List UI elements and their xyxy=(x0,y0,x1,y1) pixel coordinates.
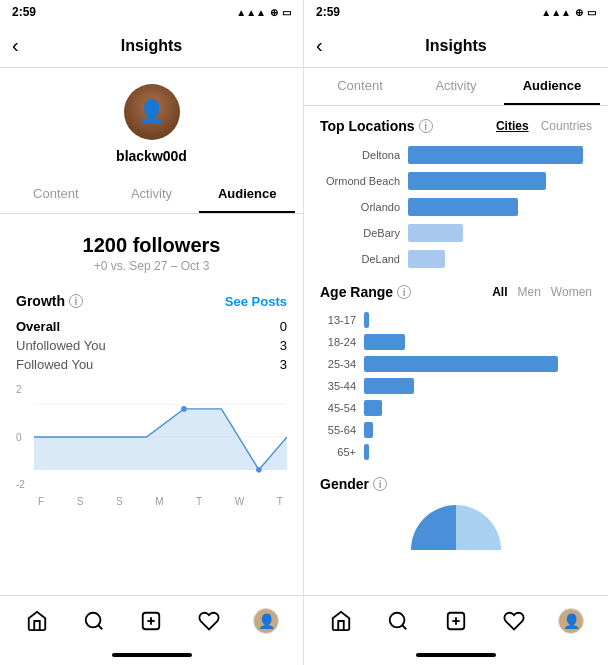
bottom-nav-left: 👤 xyxy=(0,595,303,645)
age-bar-55-64: 55-64 xyxy=(320,422,592,438)
filter-women[interactable]: Women xyxy=(551,285,592,299)
time-right: 2:59 xyxy=(316,5,340,19)
growth-header: Growth i See Posts xyxy=(16,293,287,309)
locations-sub-tabs: Cities Countries xyxy=(496,119,592,133)
wifi-icon: ⊕ xyxy=(270,7,278,18)
gender-title: Gender i xyxy=(320,476,592,492)
age-filter: All Men Women xyxy=(492,285,592,299)
right-panel: 2:59 ▲▲▲ ⊕ ▭ ‹ Insights Content Activity… xyxy=(304,0,608,665)
gender-section: Gender i xyxy=(320,476,592,560)
status-bar-left: 2:59 ▲▲▲ ⊕ ▭ xyxy=(0,0,303,24)
age-bar-45-54: 45-54 xyxy=(320,400,592,416)
bottom-nav-right: 👤 xyxy=(304,595,608,645)
followers-count: 1200 followers xyxy=(0,234,303,257)
filter-all[interactable]: All xyxy=(492,285,507,299)
username: blackw00d xyxy=(116,148,187,164)
nav-home-right[interactable] xyxy=(321,601,361,641)
tab-audience-left[interactable]: Audience xyxy=(199,176,295,213)
tab-activity-right[interactable]: Activity xyxy=(408,68,504,105)
svg-line-12 xyxy=(403,625,407,629)
status-icons-right: ▲▲▲ ⊕ ▭ xyxy=(541,7,596,18)
back-button-left[interactable]: ‹ xyxy=(12,34,19,57)
heart-icon-right xyxy=(503,610,525,632)
home-indicator-right xyxy=(304,645,608,665)
x-axis-labels: F S S M T W T xyxy=(34,496,287,507)
gender-pie-chart xyxy=(406,500,506,560)
wifi-icon-right: ⊕ xyxy=(575,7,583,18)
avatar-image: 👤 xyxy=(124,84,180,140)
nav-add-right[interactable] xyxy=(436,601,476,641)
back-button-right[interactable]: ‹ xyxy=(316,34,323,57)
tabs-left: Content Activity Audience xyxy=(0,176,303,214)
top-locations-header: Top Locations i Cities Countries xyxy=(320,118,592,134)
tab-audience-right[interactable]: Audience xyxy=(504,68,600,105)
filter-men[interactable]: Men xyxy=(518,285,541,299)
add-icon xyxy=(140,610,162,632)
cities-tab[interactable]: Cities xyxy=(496,119,529,133)
status-icons-left: ▲▲▲ ⊕ ▭ xyxy=(236,7,291,18)
tab-content-right[interactable]: Content xyxy=(312,68,408,105)
followers-date: +0 vs. Sep 27 – Oct 3 xyxy=(0,259,303,273)
nav-search-left[interactable] xyxy=(74,601,114,641)
growth-row-unfollowed: Unfollowed You 3 xyxy=(16,336,287,355)
locations-info-icon[interactable]: i xyxy=(419,119,433,133)
nav-profile-right[interactable]: 👤 xyxy=(551,601,591,641)
time-left: 2:59 xyxy=(12,5,36,19)
see-posts-button[interactable]: See Posts xyxy=(225,294,287,309)
tab-content-left[interactable]: Content xyxy=(8,176,104,213)
svg-point-4 xyxy=(181,406,187,412)
search-icon xyxy=(83,610,105,632)
nav-home-left[interactable] xyxy=(17,601,57,641)
gender-info-icon[interactable]: i xyxy=(373,477,387,491)
header-right: ‹ Insights xyxy=(304,24,608,68)
growth-chart: 2 0 -2 F S S M T xyxy=(16,382,287,512)
chart-svg xyxy=(34,382,287,492)
gender-pie xyxy=(320,500,592,560)
growth-row-overall: Overall 0 xyxy=(16,317,287,336)
page-title-left: Insights xyxy=(121,37,182,55)
profile-avatar-left: 👤 xyxy=(253,608,279,634)
nav-heart-left[interactable] xyxy=(189,601,229,641)
battery-icon: ▭ xyxy=(282,7,291,18)
svg-point-6 xyxy=(86,612,101,627)
header-left: ‹ Insights xyxy=(0,24,303,68)
followers-section: 1200 followers +0 vs. Sep 27 – Oct 3 xyxy=(0,214,303,281)
home-indicator-left xyxy=(0,645,303,665)
age-bar-25-34: 25-34 xyxy=(320,356,592,372)
age-bar-65plus: 65+ xyxy=(320,444,592,460)
age-bar-18-24: 18-24 xyxy=(320,334,592,350)
profile-section: 👤 blackw00d xyxy=(0,68,303,176)
left-panel: 2:59 ▲▲▲ ⊕ ▭ ‹ Insights 👤 blackw00d Cont… xyxy=(0,0,304,665)
home-icon-right xyxy=(330,610,352,632)
growth-title: Growth i xyxy=(16,293,83,309)
growth-row-followed: Followed You 3 xyxy=(16,355,287,374)
svg-marker-3 xyxy=(34,409,287,470)
nav-add-left[interactable] xyxy=(131,601,171,641)
tab-activity-left[interactable]: Activity xyxy=(104,176,200,213)
countries-tab[interactable]: Countries xyxy=(541,119,592,133)
add-icon-right xyxy=(445,610,467,632)
svg-point-11 xyxy=(390,612,405,627)
avatar[interactable]: 👤 xyxy=(124,84,180,140)
nav-heart-right[interactable] xyxy=(494,601,534,641)
top-locations-section: Top Locations i Cities Countries Deltona xyxy=(320,118,592,268)
age-info-icon[interactable]: i xyxy=(397,285,411,299)
location-bars: Deltona Ormond Beach Orlando xyxy=(320,146,592,268)
y-axis-labels: 2 0 -2 xyxy=(16,382,25,492)
top-locations-title: Top Locations i xyxy=(320,118,433,134)
right-content: Top Locations i Cities Countries Deltona xyxy=(304,106,608,595)
search-icon-right xyxy=(387,610,409,632)
age-bars: 13-17 18-24 25-34 xyxy=(320,312,592,460)
bar-debary: DeBary xyxy=(320,224,592,242)
signal-icon: ▲▲▲ xyxy=(236,7,266,18)
age-bar-35-44: 35-44 xyxy=(320,378,592,394)
nav-search-right[interactable] xyxy=(378,601,418,641)
profile-avatar-right: 👤 xyxy=(558,608,584,634)
growth-info-icon[interactable]: i xyxy=(69,294,83,308)
age-bar-13-17: 13-17 xyxy=(320,312,592,328)
home-icon xyxy=(26,610,48,632)
age-range-section: Age Range i All Men Women 13-17 xyxy=(320,284,592,460)
bar-ormond-beach: Ormond Beach xyxy=(320,172,592,190)
bar-deland: DeLand xyxy=(320,250,592,268)
nav-profile-left[interactable]: 👤 xyxy=(246,601,286,641)
